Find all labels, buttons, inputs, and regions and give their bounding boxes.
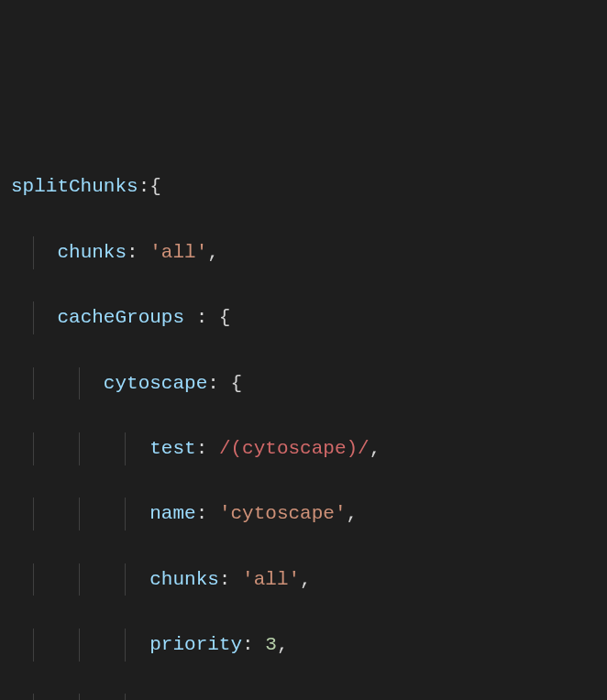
code-line: priority: 3, bbox=[11, 629, 596, 662]
string: 'cytoscape' bbox=[219, 503, 347, 524]
code-line: name: 'cytoscape', bbox=[11, 498, 596, 530]
string: 'all' bbox=[149, 242, 207, 263]
regex: /(cytoscape)/ bbox=[219, 438, 370, 459]
string: 'all' bbox=[242, 569, 300, 590]
property: cytoscape bbox=[104, 373, 207, 394]
property: name bbox=[149, 503, 195, 524]
property: cacheGroups bbox=[57, 307, 184, 328]
code-line: cacheGroups : { bbox=[11, 301, 596, 334]
code-line: splitChunks:{ bbox=[11, 170, 596, 203]
code-line: chunks: 'all', bbox=[11, 236, 596, 269]
code-line: test: /(cytoscape)/, bbox=[11, 432, 596, 465]
property: test bbox=[149, 438, 195, 459]
bracket: :{ bbox=[138, 176, 161, 197]
code-editor[interactable]: splitChunks:{ chunks: 'all', cacheGroups… bbox=[11, 138, 596, 700]
property: chunks bbox=[57, 242, 127, 263]
property: splitChunks bbox=[11, 176, 138, 197]
code-line: cytoscape: { bbox=[11, 367, 596, 400]
number: 3 bbox=[265, 634, 277, 655]
code-line: chunks: 'all', bbox=[11, 563, 596, 596]
code-line: reuseExistingChunk: true, bbox=[11, 694, 596, 700]
property: chunks bbox=[149, 569, 219, 590]
property: priority bbox=[149, 634, 242, 655]
